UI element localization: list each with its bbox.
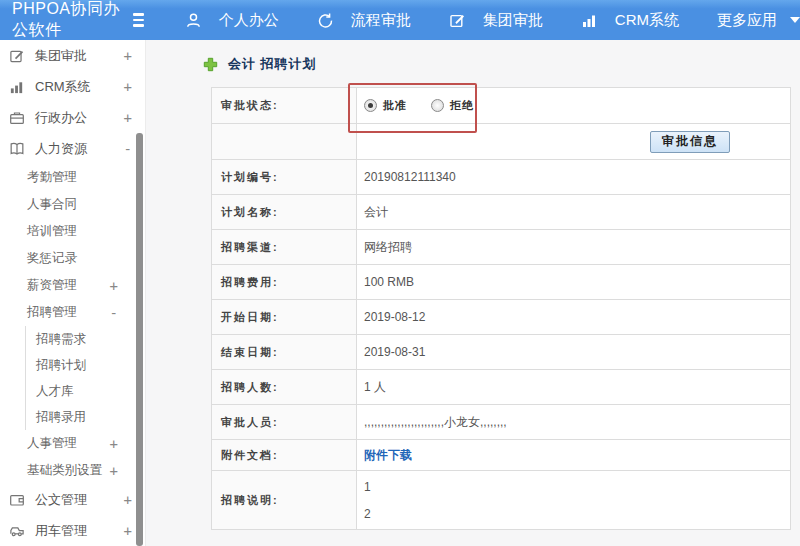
field-value: 20190812111340 — [357, 160, 790, 194]
top-navigation: 个人办公 流程审批 集团审批 — [166, 0, 800, 40]
radio-reject[interactable] — [431, 99, 444, 112]
field-value: 会计 — [357, 195, 790, 229]
sidebar-hr-submenu: 考勤管理 人事合同 培训管理 奖惩记录 薪资管理 + 招聘管理 - 招聘需求 招… — [0, 164, 145, 484]
edit-square-icon — [449, 12, 466, 29]
approval-info-button[interactable]: 审批信息 — [650, 131, 730, 153]
row-headcount: 招聘人数: 1 人 — [212, 370, 790, 405]
sidebar-item-label: 招聘计划 — [36, 357, 86, 374]
edit-square-icon — [9, 48, 26, 64]
sidebar-item-label: 培训管理 — [27, 223, 77, 240]
sidebar-item-label: 基础类别设置 — [27, 462, 102, 479]
collapse-toggle[interactable]: - — [124, 141, 132, 157]
sidebar-item-recruitment[interactable]: 招聘管理 - — [0, 299, 145, 326]
sidebar: 集团审批 + CRM系统 + 行政办公 + 人力资源 - — [0, 40, 145, 546]
sidebar-item-label: 公文管理 — [35, 491, 87, 509]
sidebar-item-label: 人事管理 — [27, 435, 77, 452]
main-content: 会计 招聘计划 审批状态: 批准 拒绝 审批信息 计划编号: 201908121… — [145, 40, 800, 546]
field-label: 招聘费用: — [212, 265, 357, 299]
field-label: 附件文档: — [212, 440, 357, 470]
collapse-toggle[interactable]: - — [110, 305, 118, 321]
sidebar-item-label: 行政办公 — [35, 109, 87, 127]
sidebar-item-label: 集团审批 — [35, 47, 87, 65]
expand-toggle[interactable]: + — [124, 48, 132, 64]
car-icon — [9, 523, 26, 539]
field-value: 网络招聘 — [357, 230, 790, 264]
top-bar: PHPOA协同办公软件 个人办公 流程审批 — [0, 0, 800, 40]
user-icon — [185, 12, 202, 29]
sidebar-item-label: 招聘录用 — [36, 409, 86, 426]
field-label: 审批状态: — [212, 88, 357, 123]
row-approval-button: 审批信息 — [212, 124, 790, 160]
attachment-download-link[interactable]: 附件下载 — [364, 447, 412, 464]
field-label: 结束日期: — [212, 335, 357, 369]
radio-approve-label: 批准 — [383, 98, 407, 113]
expand-toggle[interactable]: + — [124, 523, 132, 539]
expand-toggle[interactable]: + — [124, 79, 132, 95]
field-label: 计划编号: — [212, 160, 357, 194]
row-attachment: 附件文档: 附件下载 — [212, 440, 790, 471]
sidebar-item-hr-contract[interactable]: 人事合同 — [0, 191, 145, 218]
field-label: 招聘渠道: — [212, 230, 357, 264]
nav-item-group-approval[interactable]: 集团审批 — [430, 0, 562, 40]
process-icon — [317, 12, 334, 29]
sidebar-item-admin-office[interactable]: 行政办公 + — [0, 102, 145, 133]
sidebar-item-label: 人力资源 — [35, 140, 87, 158]
nav-label: 更多应用 — [717, 11, 777, 30]
sidebar-item-label: 招聘管理 — [27, 304, 77, 321]
description-line: 2 — [364, 507, 371, 521]
sidebar-item-label: 考勤管理 — [27, 169, 77, 186]
field-label: 招聘说明: — [212, 471, 357, 529]
sidebar-item-crm[interactable]: CRM系统 + — [0, 71, 145, 102]
nav-item-more-apps[interactable]: 更多应用 — [698, 0, 796, 40]
expand-toggle[interactable]: + — [124, 110, 132, 126]
sidebar-item-salary[interactable]: 薪资管理 + — [0, 272, 145, 299]
book-icon — [9, 141, 26, 157]
sidebar-item-label: 奖惩记录 — [27, 250, 77, 267]
field-label: 审批人员: — [212, 405, 357, 439]
sidebar-item-label: 人才库 — [36, 383, 74, 400]
sidebar-recruitment-submenu: 招聘需求 招聘计划 人才库 招聘录用 — [25, 326, 145, 430]
nav-item-personal-office[interactable]: 个人办公 — [166, 0, 298, 40]
expand-toggle[interactable]: + — [110, 436, 118, 452]
add-plus-icon[interactable] — [203, 57, 218, 72]
expand-toggle[interactable]: + — [124, 492, 132, 508]
radio-reject-label: 拒绝 — [450, 98, 474, 113]
sidebar-item-attendance[interactable]: 考勤管理 — [0, 164, 145, 191]
row-start-date: 开始日期: 2019-08-12 — [212, 300, 790, 335]
sidebar-item-recruit-demand[interactable]: 招聘需求 — [26, 326, 145, 352]
sidebar-item-label: 用车管理 — [35, 522, 87, 540]
nav-label: 流程审批 — [351, 11, 411, 30]
sidebar-item-vehicle[interactable]: 用车管理 + — [0, 515, 145, 546]
row-approval-status: 审批状态: 批准 拒绝 — [212, 88, 790, 124]
field-value: 100 RMB — [357, 265, 790, 299]
app-logo: PHPOA协同办公软件 — [0, 0, 123, 41]
sidebar-item-label: 人事合同 — [27, 196, 77, 213]
field-label: 计划名称: — [212, 195, 357, 229]
sidebar-item-group-approval[interactable]: 集团审批 + — [0, 40, 145, 71]
sidebar-item-documents[interactable]: 公文管理 + — [0, 484, 145, 515]
wallet-icon — [9, 492, 26, 508]
sidebar-item-base-category[interactable]: 基础类别设置 + — [0, 457, 145, 484]
bar-chart-icon — [581, 12, 598, 29]
sidebar-item-recruit-plan[interactable]: 招聘计划 — [26, 352, 145, 378]
row-end-date: 结束日期: 2019-08-31 — [212, 335, 790, 370]
sidebar-item-talent-pool[interactable]: 人才库 — [26, 378, 145, 404]
sidebar-item-rewards[interactable]: 奖惩记录 — [0, 245, 145, 272]
sidebar-item-hr[interactable]: 人力资源 - — [0, 133, 145, 164]
expand-toggle[interactable]: + — [110, 463, 118, 479]
expand-toggle[interactable]: + — [110, 278, 118, 294]
caret-down-icon[interactable] — [790, 17, 800, 23]
approval-form-table: 审批状态: 批准 拒绝 审批信息 计划编号: 20190812111340 计划… — [211, 87, 791, 530]
radio-approve[interactable] — [364, 99, 377, 112]
hamburger-menu-icon[interactable] — [133, 13, 144, 26]
nav-label: CRM系统 — [615, 11, 679, 30]
sidebar-item-label: 招聘需求 — [36, 331, 86, 348]
nav-item-crm[interactable]: CRM系统 — [562, 0, 698, 40]
bar-chart-icon — [9, 79, 26, 95]
sidebar-scrollbar[interactable] — [136, 133, 143, 546]
sidebar-item-personnel[interactable]: 人事管理 + — [0, 430, 145, 457]
row-recruit-cost: 招聘费用: 100 RMB — [212, 265, 790, 300]
sidebar-item-training[interactable]: 培训管理 — [0, 218, 145, 245]
sidebar-item-recruit-hire[interactable]: 招聘录用 — [26, 404, 145, 430]
nav-item-process-approval[interactable]: 流程审批 — [298, 0, 430, 40]
